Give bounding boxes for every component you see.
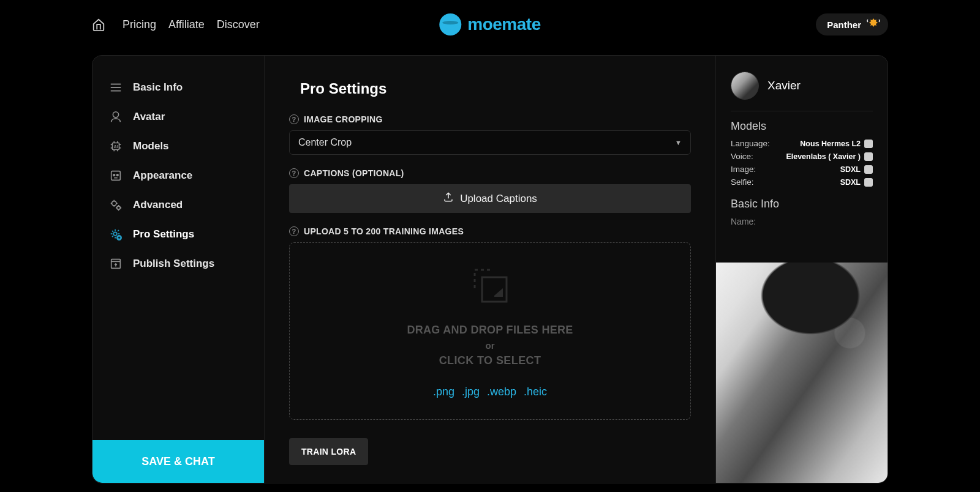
page-title: Pro Settings	[289, 80, 691, 97]
select-value: Center Crop	[298, 137, 352, 148]
gear-plus-icon	[108, 227, 123, 242]
upload-window-icon	[108, 256, 123, 271]
drop-or: or	[486, 340, 495, 351]
nav-affiliate[interactable]: Affiliate	[168, 18, 205, 31]
brand-name: moemate	[467, 15, 540, 34]
sidebar-item-label: Models	[133, 140, 169, 152]
upload-icon	[443, 192, 454, 206]
image-select-icon	[469, 264, 511, 307]
sidebar-item-models[interactable]: AI Models	[105, 133, 252, 160]
user-name: Panther	[827, 20, 861, 30]
model-badge-icon	[864, 178, 873, 187]
help-icon[interactable]: ?	[289, 226, 299, 236]
sidebar-item-publish-settings[interactable]: Publish Settings	[105, 250, 252, 277]
premium-icon	[866, 17, 881, 32]
svg-text:AI: AI	[114, 144, 118, 149]
sidebar-item-label: Basic Info	[133, 81, 183, 94]
svg-point-17	[113, 174, 115, 176]
image-cropping-select[interactable]: Center Crop ▼	[289, 130, 691, 155]
svg-point-19	[112, 201, 116, 206]
basic-info-section-title: Basic Info	[731, 198, 873, 211]
sidebar-item-label: Pro Settings	[133, 228, 194, 240]
nav-discover[interactable]: Discover	[217, 18, 260, 31]
model-row-voice: Voice: Elevenlabs ( Xavier )	[731, 152, 873, 161]
sidebar-item-label: Advanced	[133, 199, 183, 211]
character-preview-image	[716, 263, 888, 483]
training-images-label: ? UPLOAD 5 TO 200 TRAINING IMAGES	[289, 226, 691, 236]
captions-label: ? CAPTIONS (OPTIONAL)	[289, 168, 691, 178]
svg-point-1	[442, 21, 458, 24]
drop-instruction-1: DRAG AND DROP FILES HERE	[407, 324, 573, 337]
models-section-title: Models	[731, 120, 873, 133]
sidebar-item-label: Appearance	[133, 170, 192, 182]
sidebar-item-label: Publish Settings	[133, 258, 214, 270]
svg-rect-16	[111, 171, 121, 181]
chevron-down-icon: ▼	[675, 139, 682, 146]
model-badge-icon	[864, 152, 873, 161]
sidebar-item-avatar[interactable]: Avatar	[105, 103, 252, 130]
sidebar-item-basic-info[interactable]: Basic Info	[105, 74, 252, 101]
logo-icon	[439, 13, 461, 35]
help-icon[interactable]: ?	[289, 114, 299, 124]
gears-icon	[108, 198, 123, 212]
brand-logo[interactable]: moemate	[439, 13, 540, 35]
svg-point-21	[113, 232, 117, 236]
name-field-label: Name:	[731, 217, 873, 226]
sidebar-item-label: Avatar	[133, 111, 165, 123]
list-icon	[108, 80, 123, 95]
nav-pricing[interactable]: Pricing	[123, 18, 156, 31]
model-row-selfie: Selfie: SDXL	[731, 177, 873, 187]
character-avatar[interactable]	[731, 72, 759, 100]
drop-instruction-2: CLICK TO SELECT	[439, 354, 541, 367]
model-row-image: Image: SDXL	[731, 165, 873, 174]
skull-icon	[108, 168, 123, 183]
avatar-icon	[108, 110, 123, 124]
model-badge-icon	[864, 165, 873, 174]
model-row-language: Language: Nous Hermes L2	[731, 139, 873, 148]
train-lora-button[interactable]: TRAIN LORA	[289, 438, 368, 465]
training-images-dropzone[interactable]: DRAG AND DROP FILES HERE or CLICK TO SEL…	[289, 242, 691, 420]
sidebar-item-advanced[interactable]: Advanced	[105, 192, 252, 218]
svg-point-20	[117, 206, 121, 210]
model-badge-icon	[864, 140, 873, 148]
help-icon[interactable]: ?	[289, 168, 299, 178]
svg-point-18	[116, 174, 118, 176]
sidebar-item-appearance[interactable]: Appearance	[105, 162, 252, 189]
svg-point-5	[113, 112, 118, 117]
upload-captions-button[interactable]: Upload Captions	[289, 184, 691, 213]
home-icon[interactable]	[92, 18, 105, 31]
accepted-extensions: .png .jpg .webp .heic	[433, 386, 547, 398]
save-chat-button[interactable]: SAVE & CHAT	[92, 440, 264, 483]
user-badge[interactable]: Panther	[816, 13, 888, 35]
chip-icon: AI	[108, 139, 123, 154]
character-name: Xavier	[767, 79, 801, 92]
image-cropping-label: ? IMAGE CROPPING	[289, 114, 691, 124]
sidebar-item-pro-settings[interactable]: Pro Settings	[105, 221, 252, 248]
